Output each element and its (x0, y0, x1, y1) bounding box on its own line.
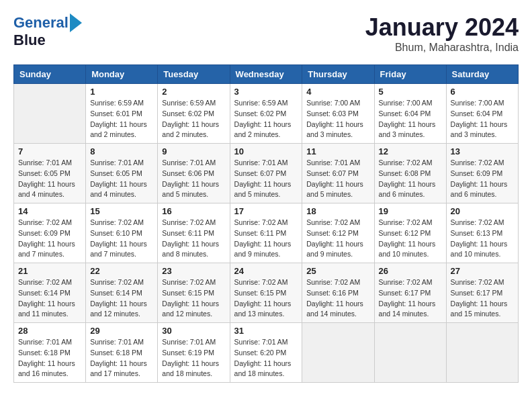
day-number: 10 (234, 146, 298, 156)
calendar-cell: 23Sunrise: 7:02 AM Sunset: 6:15 PM Dayli… (158, 263, 230, 323)
calendar-cell: 17Sunrise: 7:02 AM Sunset: 6:11 PM Dayli… (230, 203, 302, 263)
day-number: 30 (162, 326, 225, 336)
day-info: Sunrise: 7:02 AM Sunset: 6:15 PM Dayligh… (234, 278, 292, 318)
day-number: 31 (234, 326, 298, 336)
day-number: 14 (18, 206, 81, 216)
day-info: Sunrise: 7:01 AM Sunset: 6:19 PM Dayligh… (162, 338, 219, 377)
day-number: 20 (451, 206, 514, 216)
day-info: Sunrise: 7:02 AM Sunset: 6:10 PM Dayligh… (90, 218, 147, 258)
calendar-cell: 27Sunrise: 7:02 AM Sunset: 6:17 PM Dayli… (446, 263, 518, 323)
calendar-cell: 14Sunrise: 7:02 AM Sunset: 6:09 PM Dayli… (14, 203, 86, 263)
title-block: January 2024 Bhum, Maharashtra, India (365, 13, 519, 54)
calendar-week-row: 14Sunrise: 7:02 AM Sunset: 6:09 PM Dayli… (14, 203, 519, 263)
calendar-cell: 10Sunrise: 7:01 AM Sunset: 6:07 PM Dayli… (230, 144, 302, 203)
day-info: Sunrise: 7:01 AM Sunset: 6:20 PM Dayligh… (234, 338, 292, 377)
logo-text: General (13, 15, 69, 31)
day-info: Sunrise: 7:02 AM Sunset: 6:17 PM Dayligh… (379, 278, 436, 318)
day-info: Sunrise: 6:59 AM Sunset: 6:02 PM Dayligh… (234, 99, 292, 138)
day-info: Sunrise: 7:02 AM Sunset: 6:13 PM Dayligh… (451, 218, 508, 258)
day-info: Sunrise: 7:00 AM Sunset: 6:03 PM Dayligh… (306, 99, 363, 138)
calendar-cell: 16Sunrise: 7:02 AM Sunset: 6:11 PM Dayli… (158, 203, 230, 263)
calendar-cell: 22Sunrise: 7:02 AM Sunset: 6:14 PM Dayli… (86, 263, 158, 323)
day-info: Sunrise: 7:02 AM Sunset: 6:15 PM Dayligh… (162, 278, 219, 318)
calendar-cell: 19Sunrise: 7:02 AM Sunset: 6:12 PM Dayli… (374, 203, 446, 263)
day-number: 18 (306, 206, 369, 216)
calendar-cell: 12Sunrise: 7:02 AM Sunset: 6:08 PM Dayli… (374, 144, 446, 203)
calendar-cell: 25Sunrise: 7:02 AM Sunset: 6:16 PM Dayli… (302, 263, 374, 323)
calendar-table: SundayMondayTuesdayWednesdayThursdayFrid… (13, 64, 519, 383)
day-info: Sunrise: 7:01 AM Sunset: 6:18 PM Dayligh… (18, 338, 75, 377)
calendar-cell: 1Sunrise: 6:59 AM Sunset: 6:01 PM Daylig… (86, 84, 158, 144)
calendar-cell: 31Sunrise: 7:01 AM Sunset: 6:20 PM Dayli… (230, 323, 302, 383)
day-number: 1 (90, 87, 153, 97)
page-header: General Blue January 2024 Bhum, Maharash… (13, 13, 519, 54)
calendar-week-row: 21Sunrise: 7:02 AM Sunset: 6:14 PM Dayli… (14, 263, 519, 323)
logo-subtext: Blue (13, 32, 46, 48)
day-number: 19 (379, 206, 442, 216)
day-number: 25 (306, 266, 369, 276)
day-number: 28 (18, 326, 81, 336)
day-info: Sunrise: 7:01 AM Sunset: 6:18 PM Dayligh… (90, 338, 147, 377)
day-info: Sunrise: 6:59 AM Sunset: 6:01 PM Dayligh… (90, 99, 147, 138)
calendar-cell: 9Sunrise: 7:01 AM Sunset: 6:06 PM Daylig… (158, 144, 230, 203)
calendar-cell: 7Sunrise: 7:01 AM Sunset: 6:05 PM Daylig… (14, 144, 86, 203)
calendar-cell: 26Sunrise: 7:02 AM Sunset: 6:17 PM Dayli… (374, 263, 446, 323)
calendar-cell: 15Sunrise: 7:02 AM Sunset: 6:10 PM Dayli… (86, 203, 158, 263)
day-info: Sunrise: 7:02 AM Sunset: 6:09 PM Dayligh… (18, 218, 75, 258)
location-subtitle: Bhum, Maharashtra, India (365, 42, 519, 54)
calendar-cell: 21Sunrise: 7:02 AM Sunset: 6:14 PM Dayli… (14, 263, 86, 323)
calendar-week-row: 7Sunrise: 7:01 AM Sunset: 6:05 PM Daylig… (14, 144, 519, 203)
calendar-cell: 4Sunrise: 7:00 AM Sunset: 6:03 PM Daylig… (302, 84, 374, 144)
day-info: Sunrise: 6:59 AM Sunset: 6:02 PM Dayligh… (162, 99, 219, 138)
day-number: 27 (451, 266, 514, 276)
day-number: 21 (18, 266, 81, 276)
calendar-header-row: SundayMondayTuesdayWednesdayThursdayFrid… (14, 65, 519, 84)
calendar-cell (302, 323, 374, 383)
calendar-cell (14, 84, 86, 144)
day-info: Sunrise: 7:01 AM Sunset: 6:05 PM Dayligh… (18, 158, 75, 198)
calendar-week-row: 1Sunrise: 6:59 AM Sunset: 6:01 PM Daylig… (14, 84, 519, 144)
col-header-saturday: Saturday (446, 65, 518, 84)
day-info: Sunrise: 7:02 AM Sunset: 6:09 PM Dayligh… (451, 158, 508, 198)
calendar-cell: 3Sunrise: 6:59 AM Sunset: 6:02 PM Daylig… (230, 84, 302, 144)
calendar-cell: 20Sunrise: 7:02 AM Sunset: 6:13 PM Dayli… (446, 203, 518, 263)
day-number: 3 (234, 87, 298, 97)
day-number: 7 (18, 146, 81, 156)
col-header-monday: Monday (86, 65, 158, 84)
calendar-cell: 5Sunrise: 7:00 AM Sunset: 6:04 PM Daylig… (374, 84, 446, 144)
day-number: 23 (162, 266, 225, 276)
calendar-cell: 2Sunrise: 6:59 AM Sunset: 6:02 PM Daylig… (158, 84, 230, 144)
calendar-cell: 13Sunrise: 7:02 AM Sunset: 6:09 PM Dayli… (446, 144, 518, 203)
day-number: 11 (306, 146, 369, 156)
day-info: Sunrise: 7:02 AM Sunset: 6:14 PM Dayligh… (90, 278, 147, 318)
day-number: 24 (234, 266, 298, 276)
day-number: 6 (451, 87, 514, 97)
day-info: Sunrise: 7:02 AM Sunset: 6:17 PM Dayligh… (451, 278, 508, 318)
calendar-cell: 6Sunrise: 7:00 AM Sunset: 6:04 PM Daylig… (446, 84, 518, 144)
day-info: Sunrise: 7:00 AM Sunset: 6:04 PM Dayligh… (379, 99, 436, 138)
day-number: 15 (90, 206, 153, 216)
day-info: Sunrise: 7:02 AM Sunset: 6:16 PM Dayligh… (306, 278, 363, 318)
day-info: Sunrise: 7:02 AM Sunset: 6:12 PM Dayligh… (306, 218, 363, 258)
calendar-cell (446, 323, 518, 383)
day-info: Sunrise: 7:01 AM Sunset: 6:06 PM Dayligh… (162, 158, 219, 198)
logo: General Blue (13, 13, 82, 48)
day-number: 9 (162, 146, 225, 156)
calendar-cell: 24Sunrise: 7:02 AM Sunset: 6:15 PM Dayli… (230, 263, 302, 323)
day-number: 29 (90, 326, 153, 336)
col-header-sunday: Sunday (14, 65, 86, 84)
day-number: 12 (379, 146, 442, 156)
day-info: Sunrise: 7:02 AM Sunset: 6:11 PM Dayligh… (234, 218, 292, 258)
month-year-title: January 2024 (365, 13, 519, 42)
calendar-cell (374, 323, 446, 383)
day-number: 4 (306, 87, 369, 97)
day-info: Sunrise: 7:02 AM Sunset: 6:12 PM Dayligh… (379, 218, 436, 258)
calendar-cell: 29Sunrise: 7:01 AM Sunset: 6:18 PM Dayli… (86, 323, 158, 383)
calendar-cell: 28Sunrise: 7:01 AM Sunset: 6:18 PM Dayli… (14, 323, 86, 383)
col-header-wednesday: Wednesday (230, 65, 302, 84)
day-number: 8 (90, 146, 153, 156)
calendar-cell: 18Sunrise: 7:02 AM Sunset: 6:12 PM Dayli… (302, 203, 374, 263)
day-number: 13 (451, 146, 514, 156)
day-number: 16 (162, 206, 225, 216)
col-header-thursday: Thursday (302, 65, 374, 84)
